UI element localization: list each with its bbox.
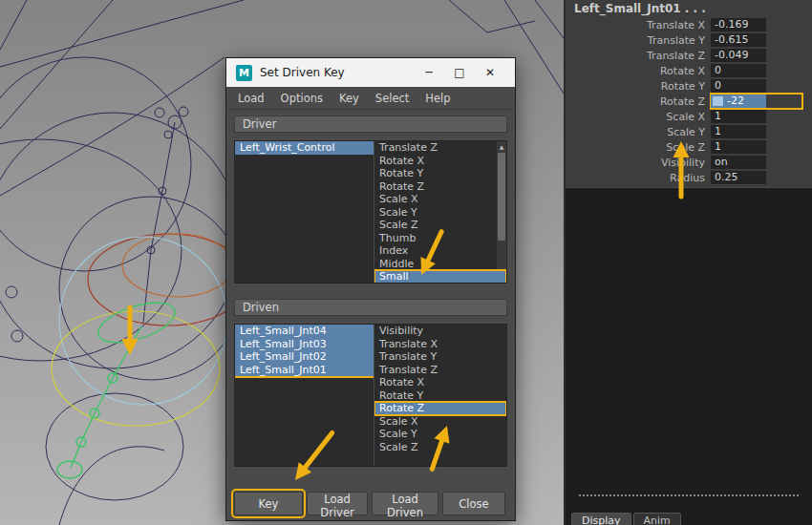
channel-attribute-label: Scale X: [566, 111, 711, 123]
channel-value-wrap: 1: [711, 139, 802, 155]
channel-value-wrap: 1: [711, 124, 802, 139]
channel-attribute-label: Scale Z: [566, 141, 711, 154]
dialog-titlebar[interactable]: M Set Driven Key ─ □ ✕: [226, 58, 515, 87]
dialog-button[interactable]: Load Driven: [372, 492, 438, 515]
channel-box-panel: Left_Small_Jnt01 . . . Translate X -0.16…: [564, 0, 812, 525]
driven-attribute-item[interactable]: Scale Z: [374, 441, 506, 454]
channel-value-wrap: 0: [711, 78, 802, 94]
driven-attribute-item[interactable]: Scale Y: [374, 428, 506, 441]
driver-section-header: Driver: [234, 116, 507, 133]
driver-attribute-item[interactable]: Rotate Z: [374, 180, 496, 194]
channel-value-wrap: 0.25: [711, 170, 802, 185]
channel-value-wrap: on: [711, 155, 802, 170]
driven-object-item[interactable]: Left_Small_Jnt03: [235, 338, 374, 351]
channel-attribute-label: Rotate Z: [566, 95, 711, 108]
panel-tab[interactable]: Anim: [633, 513, 681, 525]
dialog-button-row: KeyLoad DriverLoad DrivenClose: [234, 492, 507, 515]
driven-attribute-item[interactable]: Rotate Z: [374, 402, 506, 415]
driver-attribute-item[interactable]: Scale Z: [374, 219, 496, 232]
lower-editor-panel: DisplayAnim: [566, 187, 812, 525]
maximize-icon[interactable]: □: [444, 66, 475, 79]
channel-value-field[interactable]: 0: [711, 64, 766, 77]
driver-attribute-item[interactable]: Index: [374, 244, 496, 258]
channel-value-field[interactable]: -0.615: [711, 33, 766, 47]
driven-object-item[interactable]: Left_Small_Jnt02: [235, 350, 374, 364]
channel-row: Visibility on: [566, 155, 812, 170]
panel-tabs: DisplayAnim: [571, 513, 681, 525]
driver-attribute-item[interactable]: Small: [374, 270, 506, 283]
channel-value-wrap: -0.049: [711, 48, 802, 63]
channel-value-wrap: -22: [711, 94, 802, 109]
dialog-body: Driver Left_Wrist_Control Translate ZRot…: [226, 110, 515, 522]
driven-lists: Left_Small_Jnt04Left_Small_Jnt03Left_Sma…: [234, 324, 507, 467]
minimize-icon[interactable]: ─: [414, 66, 444, 79]
channel-value-field[interactable]: -0.049: [711, 49, 766, 62]
driver-objects-list[interactable]: Left_Wrist_Control: [235, 141, 374, 283]
channel-attribute-label: Scale Y: [566, 126, 711, 138]
driver-attribute-item[interactable]: Scale Y: [374, 206, 496, 220]
channel-value-field[interactable]: 0.25: [711, 171, 766, 184]
channel-row: Translate Y -0.615: [566, 32, 812, 48]
channel-row: Rotate Z -22: [566, 94, 812, 109]
dialog-title: Set Driven Key: [260, 66, 414, 79]
driven-attribute-item[interactable]: Scale X: [374, 415, 506, 429]
channel-value-wrap: 0: [711, 63, 802, 78]
driven-attribute-item[interactable]: Translate X: [374, 338, 506, 351]
channel-value-field[interactable]: 1: [711, 125, 766, 138]
menu-item[interactable]: Options: [281, 92, 323, 105]
driven-objects-list[interactable]: Left_Small_Jnt04Left_Small_Jnt03Left_Sma…: [235, 325, 374, 466]
channel-row: Rotate Y 0: [566, 78, 812, 94]
channel-box-rows: Translate X -0.169 Translate Y -0.615 Tr…: [566, 17, 812, 185]
driver-attributes-list[interactable]: Translate ZRotate XRotate YRotate ZScale…: [374, 141, 506, 283]
driven-attribute-item[interactable]: Rotate Y: [374, 389, 506, 403]
channel-row: Translate X -0.169: [566, 17, 812, 32]
channel-value-wrap: -0.169: [711, 17, 802, 32]
driver-attributes-scrollbar[interactable]: ▲ ▼: [496, 141, 506, 283]
channel-value-field[interactable]: -22: [711, 94, 766, 108]
driven-object-item[interactable]: Left_Small_Jnt01: [235, 364, 374, 377]
driver-attribute-item[interactable]: Thumb: [374, 232, 496, 245]
driver-attribute-item[interactable]: Rotate Y: [374, 167, 496, 180]
dialog-button[interactable]: Key: [234, 492, 303, 515]
driver-attribute-item[interactable]: Scale X: [374, 193, 496, 206]
channel-attribute-label: Radius: [566, 172, 711, 184]
driven-section-header: Driven: [234, 299, 507, 316]
channel-value-field[interactable]: 1: [711, 110, 766, 123]
panel-tab[interactable]: Display: [571, 513, 631, 525]
driven-objects-group: Left_Small_Jnt04Left_Small_Jnt03Left_Sma…: [235, 325, 374, 376]
channel-value-wrap: -0.615: [711, 32, 802, 48]
driven-attribute-item[interactable]: Translate Y: [374, 350, 506, 364]
driver-object-item[interactable]: Left_Wrist_Control: [235, 141, 374, 155]
menu-item[interactable]: Help: [425, 92, 450, 105]
channel-box-title: Left_Small_Jnt01 . . .: [566, 0, 812, 17]
driver-attribute-item[interactable]: Rotate X: [374, 155, 496, 168]
menu-item[interactable]: Select: [375, 92, 409, 105]
close-icon[interactable]: ✕: [475, 66, 505, 79]
channel-row: Rotate X 0: [566, 63, 812, 78]
scrollbar-thumb[interactable]: [498, 153, 505, 241]
channel-value-field[interactable]: on: [711, 156, 766, 169]
dotted-divider: [579, 494, 799, 496]
driven-attributes-list[interactable]: VisibilityTranslate XTranslate YTranslat…: [374, 325, 506, 466]
menu-item[interactable]: Key: [339, 92, 359, 105]
channel-value-field[interactable]: 1: [711, 140, 766, 154]
channel-value-field[interactable]: 0: [711, 79, 766, 93]
maya-icon: M: [236, 65, 252, 81]
channel-row: Scale Y 1: [566, 124, 812, 139]
driver-attribute-item[interactable]: Middle: [374, 258, 496, 271]
dialog-menubar: LoadOptionsKeySelectHelp: [226, 87, 515, 110]
dialog-button[interactable]: Close: [442, 492, 505, 515]
driver-attribute-item[interactable]: Translate Z: [374, 141, 496, 155]
channel-value-field[interactable]: -0.169: [711, 18, 766, 32]
driven-object-item[interactable]: Left_Small_Jnt04: [235, 325, 374, 338]
dialog-button[interactable]: Load Driver: [307, 492, 368, 515]
set-driven-key-dialog: M Set Driven Key ─ □ ✕ LoadOptionsKeySel…: [225, 57, 516, 521]
channel-row: Scale Z 1: [566, 139, 812, 155]
driven-attribute-item[interactable]: Translate Z: [374, 364, 506, 377]
driven-attribute-item[interactable]: Rotate X: [374, 376, 506, 389]
scroll-up-icon[interactable]: ▲: [497, 141, 506, 152]
channel-attribute-label: Translate Y: [566, 34, 711, 47]
channel-attribute-label: Visibility: [566, 157, 711, 169]
menu-item[interactable]: Load: [238, 92, 265, 105]
driven-attribute-item[interactable]: Visibility: [374, 325, 506, 338]
